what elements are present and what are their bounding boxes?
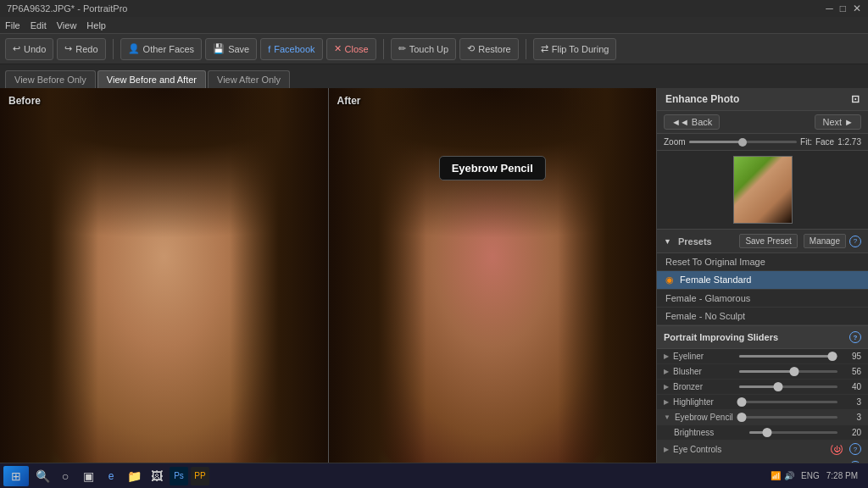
- flip-icon: ⇄: [541, 43, 548, 54]
- system-tray-icons: 📶 🔊: [771, 471, 794, 480]
- sliders-header: Portrait Improving Sliders ?: [657, 325, 868, 349]
- zoom-slider[interactable]: [689, 141, 798, 143]
- highlighter-slider[interactable]: [739, 401, 837, 403]
- after-image: [329, 88, 657, 463]
- taskbar-ie[interactable]: e: [101, 466, 121, 486]
- language-indicator: ENG: [801, 471, 820, 480]
- expand-highlighter-icon[interactable]: ▶: [664, 398, 669, 406]
- undo-button[interactable]: ↩ Undo: [5, 38, 53, 60]
- highlighter-value: 3: [841, 397, 861, 407]
- close-window-button[interactable]: ✕: [853, 3, 861, 14]
- eye-controls-label: ▶ Eye Controls: [664, 445, 782, 454]
- slider-highlighter: ▶ Highlighter 3: [657, 395, 868, 410]
- panel-expand-icon[interactable]: ⊡: [851, 93, 860, 105]
- brightness-label: Brightness: [674, 428, 746, 437]
- expand-eye-icon[interactable]: ▶: [664, 446, 669, 453]
- taskbar-ps[interactable]: Ps: [170, 467, 188, 485]
- face-thumbnail: [733, 156, 793, 224]
- expand-blusher-icon[interactable]: ▶: [664, 368, 669, 375]
- menu-bar: File Edit View Help: [0, 17, 868, 34]
- speaker-icon[interactable]: 🔊: [784, 471, 794, 480]
- bronzer-value: 40: [841, 382, 861, 391]
- expand-eyebrow-icon[interactable]: ▼: [664, 413, 670, 421]
- eyebrow-pencil-slider[interactable]: [739, 416, 837, 419]
- bronzer-slider[interactable]: [739, 385, 837, 388]
- preset-female-standard[interactable]: ◉ Female Standard: [657, 271, 868, 290]
- undo-icon: ↩: [13, 43, 20, 54]
- flip-button[interactable]: ⇄ Flip To During: [533, 38, 617, 60]
- presets-help-icon[interactable]: ?: [849, 236, 861, 247]
- facebook-button[interactable]: f Facebook: [260, 38, 322, 60]
- slider-bronzer: ▶ Bronzer 40: [657, 380, 868, 395]
- redo-button[interactable]: ↪ Redo: [57, 38, 105, 60]
- bronzer-label: ▶ Bronzer: [664, 382, 736, 391]
- restore-button[interactable]: ⟲ Restore: [459, 38, 519, 60]
- before-label: Before: [8, 95, 41, 107]
- maximize-button[interactable]: □: [840, 3, 846, 14]
- back-button[interactable]: ◄ ◄ Back: [664, 114, 720, 130]
- enhance-title: Enhance Photo: [665, 93, 739, 105]
- eye-help-icon[interactable]: ?: [849, 443, 861, 455]
- fit-label: Fit:: [800, 137, 812, 147]
- touch-up-button[interactable]: ✏ Touch Up: [391, 38, 456, 60]
- app-title: 7P6A9632.JPG* - PortraitPro: [7, 3, 127, 14]
- preset-reset[interactable]: Reset To Original Image: [657, 253, 868, 271]
- taskbar-right: 📶 🔊 ENG 7:28 PM: [771, 471, 865, 480]
- restore-icon: ⟲: [467, 43, 475, 54]
- save-preset-button[interactable]: Save Preset: [739, 234, 797, 248]
- toolbar-separator-3: [526, 39, 526, 59]
- taskbar-folder[interactable]: 📁: [124, 466, 144, 486]
- brightness-value: 20: [841, 428, 861, 437]
- minimize-button[interactable]: ─: [826, 3, 833, 14]
- expand-bronzer-icon[interactable]: ▶: [664, 383, 669, 391]
- menu-help[interactable]: Help: [86, 20, 106, 30]
- close-button[interactable]: ✕ Close: [326, 38, 376, 60]
- taskbar-icons: 🔍 ○ ▣ e 📁 🖼 Ps PP: [32, 466, 209, 486]
- eye-controls-row: ▶ Eye Controls ⏻ ?: [657, 441, 868, 458]
- taskbar-taskview[interactable]: ▣: [78, 466, 98, 486]
- preset-list: Reset To Original Image ◉ Female Standar…: [657, 253, 868, 325]
- tab-before-only[interactable]: View Before Only: [5, 70, 96, 88]
- tab-before-after[interactable]: View Before and After: [97, 70, 206, 88]
- taskbar-search[interactable]: 🔍: [32, 466, 53, 486]
- presets-label: Presets: [678, 236, 736, 247]
- after-label: After: [337, 95, 361, 107]
- other-faces-button[interactable]: 👤 Other Faces: [120, 38, 203, 60]
- toolbar-separator-1: [113, 39, 114, 59]
- menu-view[interactable]: View: [57, 20, 77, 30]
- tab-after-only[interactable]: View After Only: [208, 70, 290, 88]
- taskbar-photos[interactable]: 🖼: [147, 466, 167, 486]
- eyebrow-pencil-tooltip: Eyebrow Pencil: [439, 156, 546, 180]
- before-image: [0, 88, 328, 463]
- preset-female-nosculpt[interactable]: Female - No Sculpt: [657, 308, 868, 325]
- manage-button[interactable]: Manage: [804, 234, 846, 248]
- after-panel: After Eyebrow Pencil: [328, 88, 657, 463]
- slider-brightness: Brightness 20: [657, 425, 868, 441]
- blusher-slider[interactable]: [739, 370, 837, 373]
- clock: 7:28 PM: [826, 471, 858, 480]
- taskbar-portraitpro[interactable]: PP: [191, 467, 209, 485]
- taskbar-cortana[interactable]: ○: [55, 466, 75, 486]
- expand-eyeliner-icon[interactable]: ▶: [664, 352, 669, 360]
- menu-file[interactable]: File: [5, 20, 20, 30]
- thumbnail-area: [657, 151, 868, 230]
- eyebrow-pencil-label: ▼ Eyebrow Pencil: [664, 413, 736, 422]
- zoom-value: 1:2.73: [837, 137, 861, 147]
- eye-power-icon[interactable]: ⏻: [831, 443, 843, 455]
- right-panel: Enhance Photo ⊡ ◄ ◄ Back Next ► Zoom Fit…: [656, 88, 868, 463]
- toolbar: ↩ Undo ↪ Redo 👤 Other Faces 💾 Save f Fac…: [0, 34, 868, 64]
- close-icon: ✕: [334, 43, 342, 54]
- start-button[interactable]: ⊞: [3, 466, 29, 486]
- brightness-slider[interactable]: [749, 431, 837, 434]
- panel-nav: ◄ ◄ Back Next ►: [657, 111, 868, 134]
- preset-female-glamorous[interactable]: Female - Glamorous: [657, 290, 868, 308]
- save-icon: 💾: [213, 43, 225, 54]
- next-button[interactable]: Next ►: [815, 114, 861, 130]
- eyeliner-slider[interactable]: [739, 355, 837, 358]
- sliders-help-icon[interactable]: ?: [849, 331, 861, 343]
- collapse-icon[interactable]: ▼: [664, 237, 671, 246]
- network-icon[interactable]: 📶: [771, 471, 781, 480]
- zoom-label: Zoom: [664, 137, 686, 147]
- save-button[interactable]: 💾 Save: [205, 38, 257, 60]
- menu-edit[interactable]: Edit: [31, 20, 47, 30]
